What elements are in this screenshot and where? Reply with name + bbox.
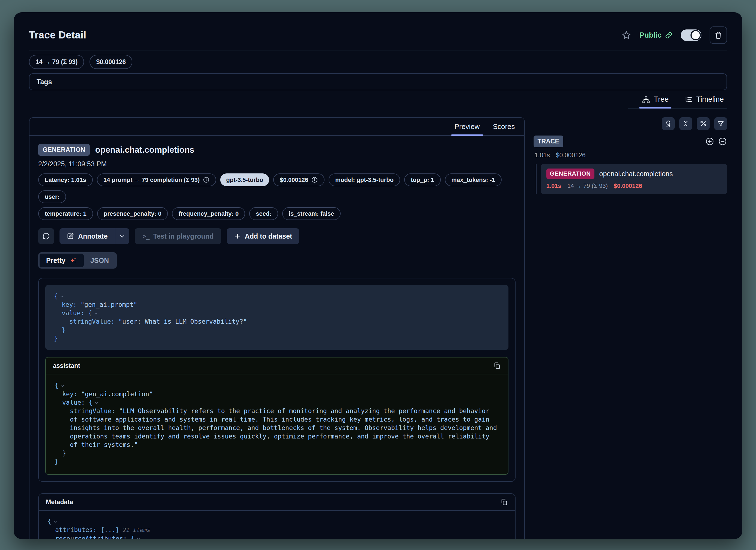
metadata-header: Metadata: [39, 494, 515, 511]
percent-icon: [700, 120, 707, 127]
tab-timeline-label: Timeline: [696, 95, 724, 104]
node-latency: 1.01s: [546, 183, 561, 190]
copy-button[interactable]: [493, 362, 501, 369]
observation-header: GENERATION openai.chat.completions: [38, 144, 516, 156]
playground-label: Test in playground: [153, 232, 214, 240]
main-content: Preview Scores GENERATION openai.chat.co…: [29, 117, 727, 539]
test-in-playground-button[interactable]: >_ Test in playground: [135, 228, 221, 244]
io-container: { key: "gen_ai.prompt" value: { stringVa…: [38, 278, 516, 482]
observation-timestamp: 2/2/2025, 11:09:53 PM: [38, 160, 516, 168]
trace-row: TRACE: [534, 136, 727, 147]
tab-preview-label: Preview: [454, 123, 480, 131]
json-collapse-icon[interactable]: [136, 537, 141, 539]
metadata-json: { attributes: {...}21 Items resourceAttr…: [39, 511, 515, 539]
edit-icon: [67, 232, 74, 240]
public-visibility-toggle[interactable]: [681, 29, 701, 41]
plus-circle-icon: [705, 137, 714, 146]
trace-cost: $0.000126: [556, 152, 586, 159]
copy-button[interactable]: [500, 498, 508, 506]
observation-card-tabs: Preview Scores: [29, 118, 524, 136]
tags-box[interactable]: Tags: [29, 73, 727, 90]
input-json-block: { key: "gen_ai.prompt" value: { stringVa…: [45, 285, 508, 350]
node-name: openai.chat.completions: [599, 170, 673, 178]
collapse-all-button[interactable]: [679, 117, 692, 130]
trace-stats: 1.01s $0.000126: [534, 152, 727, 159]
comment-button[interactable]: [38, 228, 54, 244]
pretty-label: Pretty: [46, 257, 66, 265]
public-label: Public: [639, 31, 662, 40]
view-tabs: Tree Timeline: [628, 92, 727, 109]
json-label: JSON: [90, 257, 109, 265]
tab-tree[interactable]: Tree: [640, 92, 670, 108]
node-tokens: 14 → 79 (Σ 93): [567, 183, 608, 190]
tab-scores[interactable]: Scores: [486, 118, 522, 135]
filter-icon: [717, 120, 724, 127]
expand-all-button[interactable]: [705, 137, 714, 146]
node-stats: 1.01s 14 → 79 (Σ 93) $0.000126: [546, 183, 722, 190]
tab-scores-label: Scores: [493, 123, 515, 131]
assistant-json: { key: "gen_ai.completion" value: { stri…: [46, 374, 508, 474]
format-pretty-button[interactable]: Pretty: [40, 254, 84, 267]
collapse-tree-button[interactable]: [718, 137, 727, 146]
add-to-dataset-button[interactable]: Add to dataset: [227, 228, 299, 244]
fold-vertical-icon: [682, 120, 689, 127]
metrics-toggle-button[interactable]: [697, 117, 710, 130]
chip-temperature: temperature: 1: [38, 207, 93, 220]
observation-name: openai.chat.completions: [95, 145, 194, 155]
annotate-menu-button[interactable]: [115, 228, 129, 244]
generation-node[interactable]: GENERATION openai.chat.completions 1.01s…: [541, 164, 727, 194]
assistant-block-header: assistant: [46, 357, 508, 374]
action-buttons: Annotate >_ Test in playground: [38, 228, 516, 244]
chip-model-param: model: gpt-3.5-turbo: [329, 174, 400, 186]
format-json-button[interactable]: JSON: [84, 254, 115, 267]
json-collapse-icon[interactable]: [53, 519, 58, 524]
public-share-link[interactable]: Public: [639, 31, 672, 40]
json-collapse-icon[interactable]: [94, 400, 99, 405]
toggle-knob: [690, 30, 701, 40]
annotation-queue-button[interactable]: [662, 117, 675, 130]
chip-top-p: top_p: 1: [404, 174, 441, 186]
link-icon: [665, 31, 672, 39]
add-to-dataset-label: Add to dataset: [245, 232, 292, 240]
assistant-title: assistant: [53, 362, 80, 369]
tree-icon: [642, 95, 650, 104]
sparkles-icon: [69, 256, 77, 265]
annotate-button[interactable]: Annotate: [59, 228, 115, 244]
plus-icon: [234, 233, 241, 240]
json-collapse-icon[interactable]: [94, 311, 98, 316]
chip-model[interactable]: gpt-3.5-turbo: [220, 174, 269, 186]
header-divider: [29, 50, 727, 50]
trace-detail-window: Trace Detail Public: [14, 12, 742, 539]
terminal-icon: >_: [142, 233, 149, 240]
delete-trace-button[interactable]: [710, 26, 727, 44]
node-cost: $0.000126: [614, 183, 642, 190]
tab-tree-label: Tree: [654, 95, 669, 104]
trace-badge[interactable]: TRACE: [534, 136, 563, 147]
topbar-actions: Public: [621, 26, 727, 44]
chip-presence-penalty: presence_penalty: 0: [97, 207, 168, 220]
copy-icon: [500, 498, 508, 506]
info-icon[interactable]: [311, 177, 318, 183]
minus-circle-icon: [718, 137, 727, 146]
chip-cost: $0.000126: [273, 174, 325, 186]
chip-max-tokens: max_tokens: -1: [445, 174, 502, 186]
tree-node-wrap: GENERATION openai.chat.completions 1.01s…: [534, 164, 727, 194]
trace-latency: 1.01s: [535, 152, 550, 159]
chip-user: user:: [38, 190, 66, 203]
bookmark-button[interactable]: [621, 30, 631, 40]
json-collapse-icon[interactable]: [59, 294, 64, 299]
observation-chips-row1: Latency: 1.01s 14 prompt → 79 completion…: [38, 174, 516, 203]
observation-card: Preview Scores GENERATION openai.chat.co…: [29, 117, 525, 539]
token-usage-badge: 14 → 79 (Σ 93): [29, 55, 84, 69]
tab-timeline[interactable]: Timeline: [683, 92, 725, 108]
chip-token-usage: 14 prompt → 79 completion (Σ 93): [97, 174, 216, 186]
info-icon[interactable]: [203, 177, 210, 183]
copy-icon: [493, 362, 501, 369]
filter-button[interactable]: [714, 117, 727, 130]
items-count-note: 21 Items: [123, 527, 150, 533]
tab-preview[interactable]: Preview: [448, 118, 486, 135]
json-collapse-icon[interactable]: [60, 384, 65, 388]
trace-summary-badges: 14 → 79 (Σ 93) $0.000126: [29, 55, 727, 69]
observation-chips-row2: temperature: 1 presence_penalty: 0 frequ…: [38, 207, 516, 220]
tags-label: Tags: [37, 78, 52, 86]
